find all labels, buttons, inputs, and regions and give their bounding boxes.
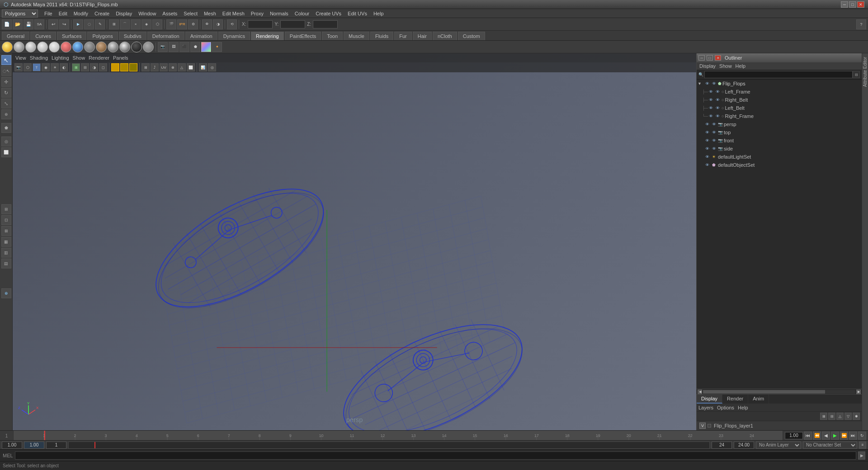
timeline-ruler[interactable]: 1 2 3 4 5 6 7 8 9 10 11 (14, 431, 783, 440)
xray-btn[interactable]: ◑ (213, 19, 223, 29)
snap-curve-btn[interactable]: ⌒ (120, 19, 130, 29)
vp-yellow-btn[interactable] (111, 63, 119, 71)
open-btn[interactable]: 📂 (13, 19, 23, 29)
show-manip-btn[interactable]: ⬟ (1, 123, 11, 133)
tab-custom[interactable]: Custom (458, 32, 485, 40)
layers-help-menu[interactable]: Help (738, 405, 748, 410)
range-bar[interactable] (68, 442, 710, 449)
move-tool-btn[interactable]: ✛ (1, 77, 11, 87)
tree-item-right-belt[interactable]: ├─ 👁 👁 ○ Right_Belt (697, 96, 862, 104)
tree-item-persp[interactable]: 👁 👁 📷 persp (697, 120, 862, 128)
bottom-extra-btn[interactable]: ≡ (859, 442, 866, 449)
menu-help[interactable]: Help (371, 10, 387, 17)
vp-isoline-btn[interactable]: ⊞ (72, 63, 80, 71)
menu-create[interactable]: Create (92, 10, 112, 17)
phong-btn[interactable] (108, 42, 118, 52)
render-settings-btn[interactable]: ⚙ (188, 19, 198, 29)
snap-surface-btn[interactable]: ⬡ (152, 19, 162, 29)
tab-polygons[interactable]: Polygons (87, 32, 118, 40)
vp-show-menu[interactable]: Show (73, 55, 85, 61)
layer-icon1[interactable]: ⊞ (820, 413, 827, 420)
undo-btn[interactable]: ↩ (48, 19, 58, 29)
shader-glow-btn[interactable]: ✦ (212, 42, 222, 52)
anim-layer-dropdown[interactable]: No Anim Layer (756, 442, 801, 449)
skip-end-btn[interactable]: ⏭ (849, 432, 857, 440)
menu-assets[interactable]: Assets (160, 10, 180, 17)
vp-select-cam-btn[interactable]: 📷 (14, 63, 23, 71)
outliner-scroll-left[interactable]: ◀ (698, 390, 702, 394)
outliner-search-input[interactable] (704, 71, 853, 78)
current-time-input[interactable] (24, 442, 44, 449)
tab-hair[interactable]: Hair (413, 32, 432, 40)
menu-select[interactable]: Select (181, 10, 200, 17)
vp-uvs-btn[interactable]: UV (160, 63, 168, 71)
tree-item-left-frame[interactable]: ├─ 👁 👁 ○ Left_Frame (697, 88, 862, 96)
tree-item-side[interactable]: 👁 👁 📷 side (697, 145, 862, 153)
vp-renderer-menu[interactable]: Renderer (89, 55, 109, 61)
attribute-editor-tab[interactable]: Attribute Editor (862, 53, 868, 430)
current-frame-input[interactable] (785, 432, 803, 439)
outliner-display-menu[interactable]: Display (699, 63, 716, 69)
char-set-dropdown[interactable]: No Character Set (803, 442, 857, 449)
layout-btn[interactable]: ▦ (1, 237, 11, 247)
tab-animation[interactable]: Animation (185, 32, 217, 40)
vp-view-menu[interactable]: View (15, 55, 26, 61)
vp-show-prev-btn[interactable]: ◻ (99, 63, 107, 71)
bake-btn[interactable]: ⬛ (179, 42, 189, 52)
layers-options-menu[interactable]: Options (717, 405, 734, 410)
tab-fluids[interactable]: Fluids (370, 32, 393, 40)
outliner-close-btn[interactable]: ✕ (715, 55, 721, 61)
layers-anim-tab[interactable]: Anim (748, 395, 769, 404)
tree-item-flip-flops[interactable]: ▼ 👁 👁 ⬟ Flip_Flops (697, 80, 862, 88)
menu-mesh[interactable]: Mesh (201, 10, 219, 17)
rotate-tool-btn[interactable]: ↻ (1, 88, 11, 98)
grey-sphere-btn[interactable] (143, 42, 154, 52)
tab-general[interactable]: General (2, 32, 29, 40)
minimize-button[interactable]: ─ (841, 1, 848, 8)
next-frame-btn[interactable]: ⏩ (840, 432, 848, 440)
menu-modify[interactable]: Modify (71, 10, 91, 17)
tab-subdivs[interactable]: Subdivs (119, 32, 146, 40)
lasso-btn[interactable]: ◌ (84, 19, 94, 29)
help-btn[interactable]: ? (856, 19, 866, 29)
nav-btn[interactable]: ⊕ (1, 288, 11, 298)
tree-item-left-belt[interactable]: ├─ 👁 👁 ○ Left_Belt (697, 104, 862, 112)
tree-item-front[interactable]: 👁 👁 📷 front (697, 136, 862, 145)
menu-normals[interactable]: Normals (267, 10, 291, 17)
vp-subdiv-btn[interactable]: ⊟ (81, 63, 89, 71)
snap-view-btn[interactable]: ◈ (142, 19, 151, 29)
layer-v-toggle[interactable]: V (699, 423, 706, 429)
skip-start-btn[interactable]: ⏮ (804, 432, 812, 440)
maximize-button[interactable]: □ (849, 1, 856, 8)
quad-icon-btn[interactable]: ⊠ (1, 226, 11, 236)
menu-file[interactable]: File (42, 10, 55, 17)
env-sphere-btn[interactable] (72, 42, 83, 52)
save-as-btn[interactable]: SA (34, 19, 44, 29)
tab-fur[interactable]: Fur (394, 32, 412, 40)
vp-smooth-btn[interactable]: ◉ (42, 63, 50, 71)
black-sphere-btn[interactable] (131, 42, 142, 52)
tab-toon[interactable]: Toon (322, 32, 343, 40)
viewport[interactable]: View Shading Lighting Show Renderer Pane… (13, 53, 696, 430)
menu-edit-uvs[interactable]: Edit UVs (345, 10, 370, 17)
vp-yellow3-btn[interactable] (129, 63, 137, 71)
hypershade-btn[interactable]: ⬟ (190, 42, 200, 52)
render-btn[interactable]: 🎬 (166, 19, 176, 29)
menu-proxy[interactable]: Proxy (248, 10, 266, 17)
vp-isolate-btn[interactable]: ◎ (208, 63, 216, 71)
menu-display[interactable]: Display (113, 10, 135, 17)
loop-btn[interactable]: ↻ (858, 432, 866, 440)
vp-poly-btn[interactable]: △ (178, 63, 186, 71)
outliner-collapse-btn[interactable]: ⊟ (853, 71, 860, 78)
lambert-btn[interactable] (96, 42, 107, 52)
snap-point-btn[interactable]: × (131, 19, 141, 29)
layers-render-tab[interactable]: Render (722, 395, 748, 404)
tree-item-defaultlightset[interactable]: 👁 ☀ defaultLightSet (697, 153, 862, 161)
close-button[interactable]: ✕ (857, 1, 864, 8)
menu-edit[interactable]: Edit (56, 10, 70, 17)
menu-edit-mesh[interactable]: Edit Mesh (220, 10, 247, 17)
grid-icon-btn[interactable]: ⊞ (1, 204, 11, 214)
layout3-btn[interactable]: ▤ (1, 258, 11, 268)
layers-display-tab[interactable]: Display (697, 395, 722, 404)
save-btn[interactable]: 💾 (24, 19, 33, 29)
